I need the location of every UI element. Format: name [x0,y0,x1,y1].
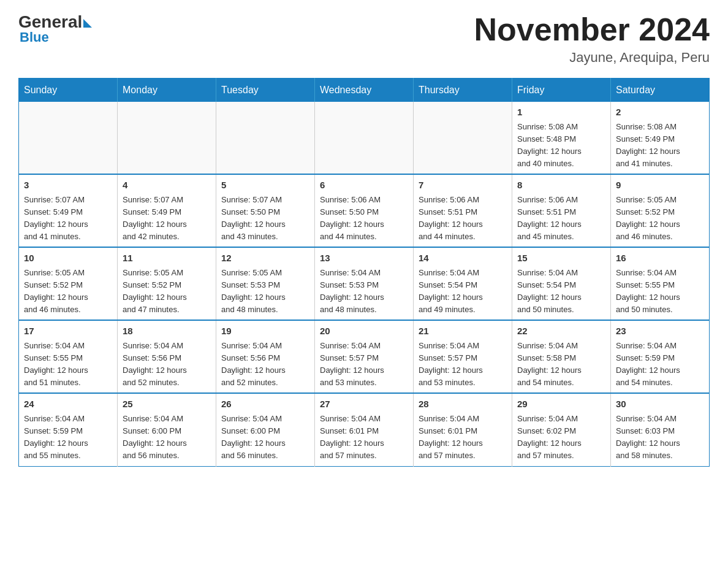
page-title: November 2024 [474,12,710,47]
day-info: Sunrise: 5:04 AM Sunset: 6:02 PM Dayligh… [517,413,605,462]
day-info: Sunrise: 5:04 AM Sunset: 5:58 PM Dayligh… [517,340,605,389]
table-row: 8Sunrise: 5:06 AM Sunset: 5:51 PM Daylig… [512,174,611,247]
table-row: 26Sunrise: 5:04 AM Sunset: 6:00 PM Dayli… [216,393,315,466]
col-wednesday: Wednesday [315,79,414,102]
day-info: Sunrise: 5:04 AM Sunset: 5:55 PM Dayligh… [24,340,112,389]
day-info: Sunrise: 5:04 AM Sunset: 5:57 PM Dayligh… [320,340,408,389]
table-row: 19Sunrise: 5:04 AM Sunset: 5:56 PM Dayli… [216,320,315,393]
day-number: 24 [24,397,112,412]
table-row: 4Sunrise: 5:07 AM Sunset: 5:49 PM Daylig… [118,174,216,247]
day-info: Sunrise: 5:05 AM Sunset: 5:52 PM Dayligh… [24,267,112,316]
table-row: 17Sunrise: 5:04 AM Sunset: 5:55 PM Dayli… [19,320,118,393]
day-info: Sunrise: 5:05 AM Sunset: 5:52 PM Dayligh… [123,267,211,316]
day-number: 6 [320,178,408,193]
day-number: 29 [517,397,605,412]
table-row: 23Sunrise: 5:04 AM Sunset: 5:59 PM Dayli… [611,320,710,393]
day-info: Sunrise: 5:04 AM Sunset: 5:56 PM Dayligh… [221,340,309,389]
table-row: 18Sunrise: 5:04 AM Sunset: 5:56 PM Dayli… [118,320,216,393]
day-info: Sunrise: 5:04 AM Sunset: 6:00 PM Dayligh… [123,413,211,462]
col-saturday: Saturday [611,79,710,102]
day-number: 1 [517,105,605,120]
location-subtitle: Jayune, Arequipa, Peru [474,50,710,66]
day-info: Sunrise: 5:04 AM Sunset: 5:54 PM Dayligh… [419,267,507,316]
day-info: Sunrise: 5:07 AM Sunset: 5:49 PM Dayligh… [123,194,211,243]
day-info: Sunrise: 5:04 AM Sunset: 5:59 PM Dayligh… [616,340,704,389]
day-info: Sunrise: 5:07 AM Sunset: 5:49 PM Dayligh… [24,194,112,243]
day-number: 13 [320,251,408,266]
table-row [315,102,414,174]
logo-triangle-icon [83,19,92,28]
table-row: 16Sunrise: 5:04 AM Sunset: 5:55 PM Dayli… [611,247,710,320]
day-number: 11 [123,251,211,266]
day-info: Sunrise: 5:06 AM Sunset: 5:51 PM Dayligh… [517,194,605,243]
day-info: Sunrise: 5:04 AM Sunset: 6:01 PM Dayligh… [419,413,507,462]
calendar-week-row: 24Sunrise: 5:04 AM Sunset: 5:59 PM Dayli… [19,393,710,466]
day-info: Sunrise: 5:04 AM Sunset: 5:53 PM Dayligh… [320,267,408,316]
day-number: 21 [419,324,507,339]
logo-blue: Blue [20,29,49,45]
table-row: 15Sunrise: 5:04 AM Sunset: 5:54 PM Dayli… [512,247,611,320]
day-number: 8 [517,178,605,193]
table-row: 30Sunrise: 5:04 AM Sunset: 6:03 PM Dayli… [611,393,710,466]
table-row: 5Sunrise: 5:07 AM Sunset: 5:50 PM Daylig… [216,174,315,247]
day-info: Sunrise: 5:04 AM Sunset: 5:59 PM Dayligh… [24,413,112,462]
day-number: 22 [517,324,605,339]
day-info: Sunrise: 5:08 AM Sunset: 5:48 PM Dayligh… [517,121,605,170]
day-number: 5 [221,178,309,193]
col-friday: Friday [512,79,611,102]
day-number: 23 [616,324,704,339]
day-info: Sunrise: 5:04 AM Sunset: 6:00 PM Dayligh… [221,413,309,462]
table-row: 10Sunrise: 5:05 AM Sunset: 5:52 PM Dayli… [19,247,118,320]
day-number: 10 [24,251,112,266]
day-info: Sunrise: 5:04 AM Sunset: 5:54 PM Dayligh… [517,267,605,316]
col-thursday: Thursday [414,79,512,102]
day-info: Sunrise: 5:04 AM Sunset: 6:01 PM Dayligh… [320,413,408,462]
calendar-week-row: 17Sunrise: 5:04 AM Sunset: 5:55 PM Dayli… [19,320,710,393]
table-row: 1Sunrise: 5:08 AM Sunset: 5:48 PM Daylig… [512,102,611,174]
table-row: 12Sunrise: 5:05 AM Sunset: 5:53 PM Dayli… [216,247,315,320]
day-number: 20 [320,324,408,339]
day-number: 30 [616,397,704,412]
table-row: 24Sunrise: 5:04 AM Sunset: 5:59 PM Dayli… [19,393,118,466]
day-number: 18 [123,324,211,339]
col-sunday: Sunday [19,79,118,102]
table-row: 3Sunrise: 5:07 AM Sunset: 5:49 PM Daylig… [19,174,118,247]
day-number: 19 [221,324,309,339]
table-row [216,102,315,174]
day-info: Sunrise: 5:06 AM Sunset: 5:50 PM Dayligh… [320,194,408,243]
day-number: 15 [517,251,605,266]
day-info: Sunrise: 5:07 AM Sunset: 5:50 PM Dayligh… [221,194,309,243]
day-number: 9 [616,178,704,193]
day-number: 4 [123,178,211,193]
table-row: 6Sunrise: 5:06 AM Sunset: 5:50 PM Daylig… [315,174,414,247]
col-tuesday: Tuesday [216,79,315,102]
day-number: 28 [419,397,507,412]
day-info: Sunrise: 5:06 AM Sunset: 5:51 PM Dayligh… [419,194,507,243]
table-row: 27Sunrise: 5:04 AM Sunset: 6:01 PM Dayli… [315,393,414,466]
day-number: 26 [221,397,309,412]
table-row: 2Sunrise: 5:08 AM Sunset: 5:49 PM Daylig… [611,102,710,174]
page-header: General Blue November 2024 Jayune, Arequ… [18,12,710,66]
col-monday: Monday [118,79,216,102]
day-number: 16 [616,251,704,266]
calendar-week-row: 1Sunrise: 5:08 AM Sunset: 5:48 PM Daylig… [19,102,710,174]
table-row: 13Sunrise: 5:04 AM Sunset: 5:53 PM Dayli… [315,247,414,320]
title-block: November 2024 Jayune, Arequipa, Peru [474,12,710,66]
table-row: 22Sunrise: 5:04 AM Sunset: 5:58 PM Dayli… [512,320,611,393]
day-number: 7 [419,178,507,193]
table-row: 21Sunrise: 5:04 AM Sunset: 5:57 PM Dayli… [414,320,512,393]
day-info: Sunrise: 5:04 AM Sunset: 5:57 PM Dayligh… [419,340,507,389]
day-number: 12 [221,251,309,266]
table-row: 11Sunrise: 5:05 AM Sunset: 5:52 PM Dayli… [118,247,216,320]
day-info: Sunrise: 5:05 AM Sunset: 5:53 PM Dayligh… [221,267,309,316]
table-row [414,102,512,174]
table-row [19,102,118,174]
day-number: 14 [419,251,507,266]
day-info: Sunrise: 5:04 AM Sunset: 6:03 PM Dayligh… [616,413,704,462]
calendar-header-row: Sunday Monday Tuesday Wednesday Thursday… [19,79,710,102]
day-info: Sunrise: 5:08 AM Sunset: 5:49 PM Dayligh… [616,121,704,170]
table-row: 20Sunrise: 5:04 AM Sunset: 5:57 PM Dayli… [315,320,414,393]
table-row: 29Sunrise: 5:04 AM Sunset: 6:02 PM Dayli… [512,393,611,466]
day-number: 3 [24,178,112,193]
calendar-week-row: 10Sunrise: 5:05 AM Sunset: 5:52 PM Dayli… [19,247,710,320]
